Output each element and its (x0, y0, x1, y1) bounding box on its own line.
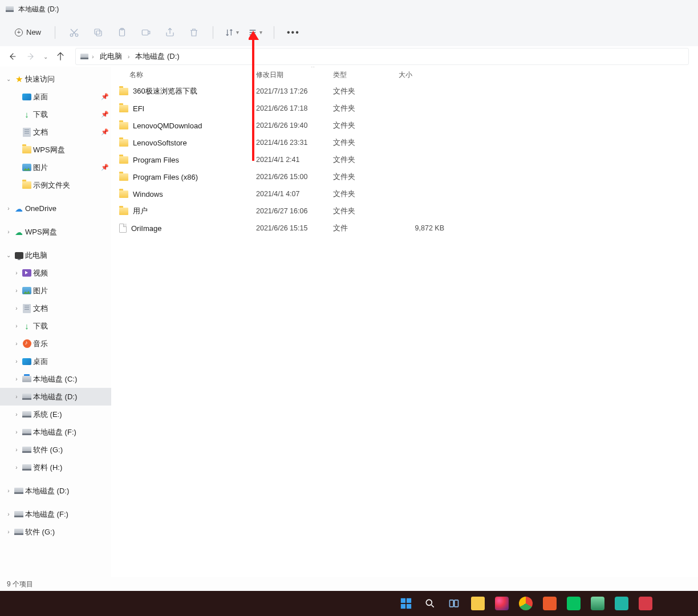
taskbar-app-5[interactable] (634, 593, 657, 614)
file-row[interactable]: EFI2021/6/26 17:18文件夹 (119, 100, 698, 117)
sidebar-this-pc[interactable]: ⌄ 此电脑 (0, 246, 111, 264)
taskbar-explorer[interactable] (466, 593, 489, 614)
share-button[interactable] (159, 22, 181, 43)
sidebar-documents-2[interactable]: › 文档 (0, 299, 111, 317)
svg-rect-7 (401, 598, 405, 603)
file-date: 2021/6/26 19:40 (256, 121, 333, 129)
folder-icon (119, 139, 128, 147)
paste-button[interactable] (111, 22, 133, 43)
chevron-right-icon[interactable]: › (13, 358, 21, 364)
sidebar-desktop-2[interactable]: › 桌面 (0, 352, 111, 370)
sidebar-drive-d-root[interactable]: › 本地磁盘 (D:) (0, 482, 111, 500)
column-size[interactable]: 大小 (399, 70, 444, 80)
rename-button[interactable] (135, 22, 157, 43)
sidebar-wps-drive[interactable]: › ☁ WPS网盘 (0, 223, 111, 241)
sort-button[interactable]: ▾ (221, 26, 242, 39)
sort-indicator-icon: ⌃ (310, 67, 315, 72)
taskbar-app-3[interactable] (586, 593, 609, 614)
chevron-right-icon[interactable]: › (13, 305, 21, 311)
file-row[interactable]: 360极速浏览器下载2021/7/13 17:26文件夹 (119, 83, 698, 100)
chevron-right-icon: › (91, 53, 95, 60)
file-row[interactable]: 用户2021/6/27 16:06文件夹 (119, 202, 698, 220)
toolbar: + New ▾ ▾ ••• (0, 18, 698, 46)
cut-button[interactable] (63, 22, 85, 43)
svg-rect-6 (142, 30, 148, 35)
title-bar: 本地磁盘 (D:) (0, 0, 698, 18)
file-row[interactable]: OriImage2021/6/26 15:15文件9,872 KB (119, 220, 698, 237)
recent-locations[interactable]: ⌄ (41, 54, 50, 60)
video-icon (22, 269, 31, 277)
chevron-right-icon[interactable]: › (13, 411, 21, 418)
sidebar-drive-h[interactable]: › 资料 (H:) (0, 459, 111, 476)
breadcrumb-label: 此电脑 (100, 51, 122, 62)
sidebar-drive-d[interactable]: › 本地磁盘 (D:) (0, 388, 111, 406)
taskbar-search[interactable] (419, 593, 441, 614)
sidebar-drive-g[interactable]: › 软件 (G:) (0, 441, 111, 459)
view-button[interactable]: ▾ (245, 26, 266, 39)
chevron-right-icon[interactable]: › (13, 323, 21, 329)
sidebar-onedrive[interactable]: › ☁ OneDrive (0, 200, 111, 217)
arrow-right-icon (26, 52, 35, 61)
file-name: Windows (133, 190, 163, 198)
chevron-right-icon[interactable]: › (13, 287, 21, 294)
address-bar[interactable]: › 此电脑 › 本地磁盘 (D:) (75, 48, 689, 65)
file-row[interactable]: LenovoQMDownload2021/6/26 19:40文件夹 (119, 117, 698, 134)
file-row[interactable]: Windows2021/4/1 4:07文件夹 (119, 185, 698, 202)
sidebar-pictures[interactable]: 图片 📌 (0, 159, 111, 176)
chevron-right-icon[interactable]: › (13, 270, 21, 276)
file-row[interactable]: Program Files (x86)2021/6/26 15:00文件夹 (119, 168, 698, 185)
chevron-right-icon[interactable]: › (5, 205, 13, 212)
sidebar-desktop[interactable]: 桌面 📌 (0, 88, 111, 106)
taskbar-app-2[interactable] (538, 593, 561, 614)
taskbar-app-1[interactable] (490, 593, 513, 614)
sidebar-quick-access[interactable]: ⌄ ★ 快速访问 (0, 70, 111, 88)
breadcrumb-current[interactable]: 本地磁盘 (D:) (133, 50, 181, 63)
chevron-down-icon[interactable]: ⌄ (5, 252, 13, 258)
delete-button[interactable] (183, 22, 205, 43)
chevron-right-icon[interactable]: › (13, 429, 21, 435)
sidebar-drive-g-root[interactable]: › 软件 (G:) (0, 523, 111, 541)
chevron-right-icon[interactable]: › (13, 394, 21, 400)
column-name[interactable]: 名称 (119, 70, 256, 80)
sidebar[interactable]: ⌄ ★ 快速访问 桌面 📌 ↓ 下载 📌 文档 📌 (0, 67, 111, 577)
sidebar-wps[interactable]: WPS网盘 (0, 141, 111, 159)
chevron-right-icon[interactable]: › (13, 341, 21, 347)
up-button[interactable] (52, 48, 68, 64)
sidebar-drive-e[interactable]: › 系统 (E:) (0, 406, 111, 423)
more-button[interactable]: ••• (282, 25, 305, 40)
new-button[interactable]: + New (9, 25, 47, 40)
breadcrumb-this-pc[interactable]: 此电脑 (98, 50, 124, 63)
back-button[interactable] (5, 48, 21, 64)
column-date[interactable]: 修改日期 (256, 70, 333, 80)
forward-button[interactable] (23, 48, 39, 64)
copy-button[interactable] (87, 22, 109, 43)
chevron-right-icon[interactable]: › (13, 376, 21, 382)
sidebar-downloads[interactable]: ↓ 下载 📌 (0, 106, 111, 123)
chevron-right-icon[interactable]: › (5, 511, 13, 517)
chevron-right-icon[interactable]: › (13, 464, 21, 471)
sidebar-documents[interactable]: 文档 📌 (0, 123, 111, 141)
sidebar-drive-f[interactable]: › 本地磁盘 (F:) (0, 423, 111, 441)
file-row[interactable]: Program Files2021/4/1 2:41文件夹 (119, 151, 698, 168)
sidebar-music[interactable]: › 音乐 (0, 335, 111, 352)
chevron-right-icon[interactable]: › (5, 488, 13, 494)
chevron-right-icon[interactable]: › (5, 529, 13, 535)
sidebar-videos[interactable]: › 视频 (0, 264, 111, 282)
sidebar-pictures-2[interactable]: › 图片 (0, 282, 111, 299)
taskbar-taskview[interactable] (443, 593, 465, 614)
drive-icon (22, 429, 31, 435)
sidebar-drive-f-root[interactable]: › 本地磁盘 (F:) (0, 505, 111, 523)
chevron-right-icon[interactable]: › (13, 447, 21, 453)
sidebar-drive-c[interactable]: › 本地磁盘 (C:) (0, 370, 111, 388)
taskbar-chrome[interactable] (514, 593, 537, 614)
column-type[interactable]: 类型 (333, 70, 399, 80)
file-row[interactable]: LenovoSoftstore2021/4/16 23:31文件夹 (119, 134, 698, 151)
sidebar-downloads-2[interactable]: › ↓ 下载 (0, 317, 111, 335)
sidebar-sample-folder[interactable]: 示例文件夹 (0, 176, 111, 194)
chevron-right-icon[interactable]: › (5, 229, 13, 235)
taskbar-wechat[interactable] (562, 593, 585, 614)
taskbar-app-4[interactable] (610, 593, 633, 614)
taskbar-start[interactable] (395, 593, 417, 614)
sidebar-item-label: 下载 (33, 110, 101, 120)
chevron-down-icon[interactable]: ⌄ (5, 76, 13, 82)
